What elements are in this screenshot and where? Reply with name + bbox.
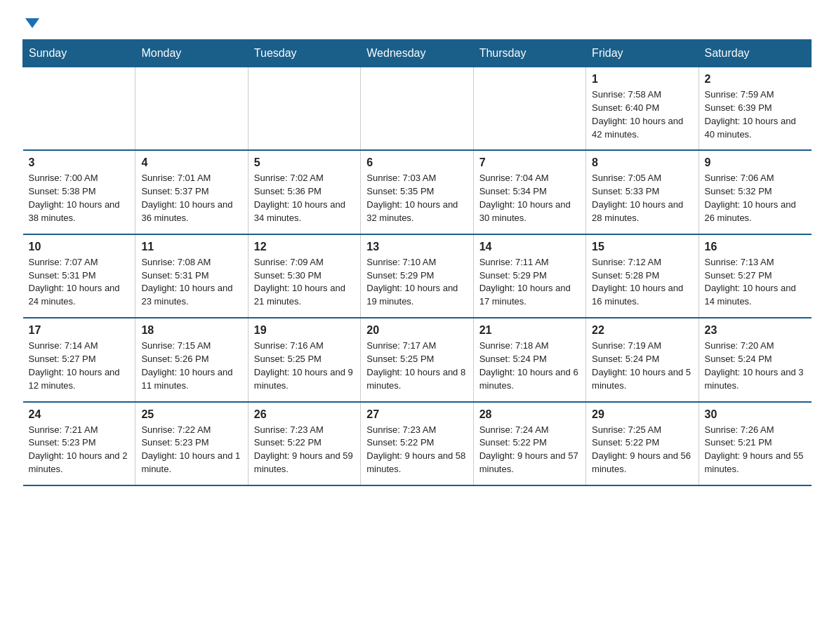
day-number: 10 [29,241,130,253]
day-number: 1 [592,73,692,86]
day-info: Sunrise: 7:01 AM Sunset: 5:37 PM Dayligh… [141,172,241,224]
day-number: 26 [254,408,355,421]
day-number: 4 [141,156,241,169]
calendar-cell [135,67,248,151]
day-info: Sunrise: 7:58 AM Sunset: 6:40 PM Dayligh… [592,88,692,141]
day-info: Sunrise: 7:03 AM Sunset: 5:35 PM Dayligh… [366,172,467,224]
day-info: Sunrise: 7:07 AM Sunset: 5:31 PM Dayligh… [29,256,130,309]
day-number: 22 [592,324,692,337]
header-row: SundayMondayTuesdayWednesdayThursdayFrid… [23,40,812,67]
day-number: 30 [705,408,806,421]
calendar-cell: 2Sunrise: 7:59 AM Sunset: 6:39 PM Daylig… [699,67,811,151]
day-info: Sunrise: 7:59 AM Sunset: 6:39 PM Dayligh… [705,88,806,141]
calendar-cell: 9Sunrise: 7:06 AM Sunset: 5:32 PM Daylig… [699,150,811,234]
day-number: 28 [479,408,580,421]
day-number: 20 [366,324,467,337]
calendar-cell [23,67,135,151]
day-number: 25 [141,408,241,421]
week-row-1: 1Sunrise: 7:58 AM Sunset: 6:40 PM Daylig… [23,67,812,151]
calendar-cell: 23Sunrise: 7:20 AM Sunset: 5:24 PM Dayli… [699,318,811,401]
day-number: 13 [366,241,467,253]
day-info: Sunrise: 7:21 AM Sunset: 5:23 PM Dayligh… [29,424,130,476]
day-info: Sunrise: 7:19 AM Sunset: 5:24 PM Dayligh… [592,340,692,392]
day-info: Sunrise: 7:02 AM Sunset: 5:36 PM Dayligh… [254,172,355,224]
week-row-2: 3Sunrise: 7:00 AM Sunset: 5:38 PM Daylig… [23,150,812,234]
day-number: 11 [141,241,241,253]
page-header [22,17,812,28]
calendar-cell: 29Sunrise: 7:25 AM Sunset: 5:22 PM Dayli… [586,402,699,485]
calendar-cell: 24Sunrise: 7:21 AM Sunset: 5:23 PM Dayli… [23,402,135,485]
day-number: 12 [254,241,355,253]
day-info: Sunrise: 7:22 AM Sunset: 5:23 PM Dayligh… [141,424,241,476]
day-number: 27 [366,408,467,421]
day-number: 18 [141,324,241,337]
calendar-cell: 30Sunrise: 7:26 AM Sunset: 5:21 PM Dayli… [699,402,811,485]
calendar-cell: 14Sunrise: 7:11 AM Sunset: 5:29 PM Dayli… [473,234,585,318]
day-info: Sunrise: 7:11 AM Sunset: 5:29 PM Dayligh… [479,256,580,309]
day-info: Sunrise: 7:13 AM Sunset: 5:27 PM Dayligh… [705,256,806,309]
calendar-cell: 3Sunrise: 7:00 AM Sunset: 5:38 PM Daylig… [23,150,135,234]
day-number: 2 [705,73,806,86]
day-info: Sunrise: 7:14 AM Sunset: 5:27 PM Dayligh… [29,340,130,392]
calendar-cell: 22Sunrise: 7:19 AM Sunset: 5:24 PM Dayli… [586,318,699,401]
calendar-cell: 16Sunrise: 7:13 AM Sunset: 5:27 PM Dayli… [699,234,811,318]
calendar-cell: 19Sunrise: 7:16 AM Sunset: 5:25 PM Dayli… [248,318,360,401]
calendar-cell [361,67,473,151]
day-number: 23 [705,324,806,337]
day-info: Sunrise: 7:16 AM Sunset: 5:25 PM Dayligh… [254,340,355,392]
day-number: 8 [592,156,692,169]
col-header-thursday: Thursday [473,40,585,67]
day-info: Sunrise: 7:24 AM Sunset: 5:22 PM Dayligh… [479,424,580,476]
day-number: 24 [29,408,130,421]
day-number: 17 [29,324,130,337]
col-header-saturday: Saturday [699,40,811,67]
day-info: Sunrise: 7:15 AM Sunset: 5:26 PM Dayligh… [141,340,241,392]
day-info: Sunrise: 7:05 AM Sunset: 5:33 PM Dayligh… [592,172,692,224]
day-info: Sunrise: 7:00 AM Sunset: 5:38 PM Dayligh… [29,172,130,224]
calendar-cell: 1Sunrise: 7:58 AM Sunset: 6:40 PM Daylig… [586,67,699,151]
calendar-cell: 10Sunrise: 7:07 AM Sunset: 5:31 PM Dayli… [23,234,135,318]
week-row-3: 10Sunrise: 7:07 AM Sunset: 5:31 PM Dayli… [23,234,812,318]
day-number: 21 [479,324,580,337]
day-info: Sunrise: 7:12 AM Sunset: 5:28 PM Dayligh… [592,256,692,309]
logo [22,17,39,28]
day-info: Sunrise: 7:26 AM Sunset: 5:21 PM Dayligh… [705,424,806,476]
day-info: Sunrise: 7:06 AM Sunset: 5:32 PM Dayligh… [705,172,806,224]
calendar-cell: 12Sunrise: 7:09 AM Sunset: 5:30 PM Dayli… [248,234,360,318]
day-info: Sunrise: 7:04 AM Sunset: 5:34 PM Dayligh… [479,172,580,224]
day-number: 14 [479,241,580,253]
week-row-5: 24Sunrise: 7:21 AM Sunset: 5:23 PM Dayli… [23,402,812,485]
day-number: 5 [254,156,355,169]
day-number: 15 [592,241,692,253]
col-header-tuesday: Tuesday [248,40,360,67]
day-number: 9 [705,156,806,169]
calendar-cell: 25Sunrise: 7:22 AM Sunset: 5:23 PM Dayli… [135,402,248,485]
calendar-cell: 11Sunrise: 7:08 AM Sunset: 5:31 PM Dayli… [135,234,248,318]
day-number: 19 [254,324,355,337]
day-info: Sunrise: 7:23 AM Sunset: 5:22 PM Dayligh… [366,424,467,476]
calendar-cell: 7Sunrise: 7:04 AM Sunset: 5:34 PM Daylig… [473,150,585,234]
day-info: Sunrise: 7:20 AM Sunset: 5:24 PM Dayligh… [705,340,806,392]
calendar-cell: 20Sunrise: 7:17 AM Sunset: 5:25 PM Dayli… [361,318,473,401]
day-number: 16 [705,241,806,253]
calendar-cell [248,67,360,151]
day-info: Sunrise: 7:10 AM Sunset: 5:29 PM Dayligh… [366,256,467,309]
calendar-cell: 27Sunrise: 7:23 AM Sunset: 5:22 PM Dayli… [361,402,473,485]
day-info: Sunrise: 7:09 AM Sunset: 5:30 PM Dayligh… [254,256,355,309]
calendar-cell: 17Sunrise: 7:14 AM Sunset: 5:27 PM Dayli… [23,318,135,401]
col-header-friday: Friday [586,40,699,67]
day-number: 6 [366,156,467,169]
calendar-cell: 5Sunrise: 7:02 AM Sunset: 5:36 PM Daylig… [248,150,360,234]
day-info: Sunrise: 7:17 AM Sunset: 5:25 PM Dayligh… [366,340,467,392]
calendar-cell: 26Sunrise: 7:23 AM Sunset: 5:22 PM Dayli… [248,402,360,485]
calendar-cell: 6Sunrise: 7:03 AM Sunset: 5:35 PM Daylig… [361,150,473,234]
col-header-monday: Monday [135,40,248,67]
col-header-sunday: Sunday [23,40,135,67]
calendar-cell: 28Sunrise: 7:24 AM Sunset: 5:22 PM Dayli… [473,402,585,485]
col-header-wednesday: Wednesday [361,40,473,67]
calendar-cell: 21Sunrise: 7:18 AM Sunset: 5:24 PM Dayli… [473,318,585,401]
week-row-4: 17Sunrise: 7:14 AM Sunset: 5:27 PM Dayli… [23,318,812,401]
day-number: 29 [592,408,692,421]
day-number: 3 [29,156,130,169]
calendar-cell [473,67,585,151]
